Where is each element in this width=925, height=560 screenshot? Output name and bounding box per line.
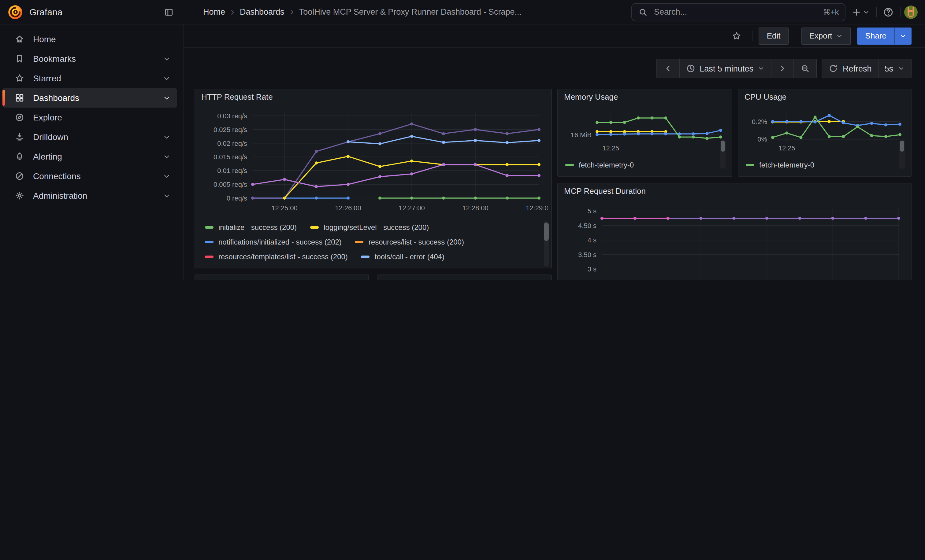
scrollbar-thumb[interactable] (900, 141, 904, 152)
sidebar-item-alerting[interactable]: Alerting (3, 147, 177, 166)
svg-text:12:28:00: 12:28:00 (462, 204, 488, 212)
panel-http-request-rate: HTTP Request Rate 0 req/s0.005 req/s0.01… (194, 89, 552, 269)
panel-title[interactable]: Total Request Rate (201, 278, 269, 280)
time-range-label: Last 5 minutes (699, 64, 753, 73)
scrollbar-thumb[interactable] (544, 222, 549, 241)
scrollbar-track (899, 140, 905, 169)
legend-item[interactable]: resources/list - success (200) (355, 238, 464, 246)
help-button[interactable] (880, 4, 896, 20)
search-input[interactable] (653, 7, 818, 17)
svg-text:16 MiB: 16 MiB (571, 131, 592, 139)
legend-label: fetch-telemetry-0 (759, 161, 814, 169)
sidebar-item-administration[interactable]: Administration (3, 186, 177, 206)
time-range-picker[interactable]: Last 5 minutes (679, 59, 772, 78)
time-back-button[interactable] (656, 59, 679, 78)
bookmark-icon (15, 54, 24, 64)
scrollbar-track (720, 140, 726, 169)
sidebar-item-connections[interactable]: Connections (3, 166, 177, 186)
legend-item[interactable]: tools/call - success (200) (205, 267, 299, 269)
legend-item[interactable]: logging/setLevel - success (200) (310, 223, 429, 232)
breadcrumb-dashboards[interactable]: Dashboards (240, 8, 285, 17)
legend: fetch-telemetry-0 (565, 158, 700, 174)
panel-title[interactable]: CPU Usage (744, 92, 786, 102)
legend-label: tools/call - success (200) (218, 267, 299, 269)
mcp-request-duration-chart: 2.50 s3 s3.50 s4 s4.50 s5 s12:25:0012:26… (563, 199, 907, 280)
search-shortcut: ⌘+k (823, 8, 839, 17)
home-icon (15, 34, 24, 44)
sidebar-item-starred[interactable]: Starred (3, 69, 177, 88)
chevron-down-icon (836, 32, 843, 39)
active-indicator (3, 90, 5, 106)
refresh-interval-picker[interactable]: 5s (878, 59, 911, 78)
legend-row: initialize - success (200)logging/setLev… (205, 220, 533, 235)
app-name: Grafana (29, 7, 62, 17)
svg-text:0.015 req/s: 0.015 req/s (214, 153, 247, 161)
legend-item[interactable]: tools/list - success (200) (313, 267, 405, 269)
share-button[interactable]: Share (857, 27, 895, 44)
legend-item[interactable]: initialize - success (200) (205, 223, 297, 232)
legend-label: tools/call - error (404) (375, 252, 444, 261)
legend-item[interactable]: fetch-telemetry-0 (565, 161, 634, 169)
sidebar-item-drilldown[interactable]: Drilldown (3, 127, 177, 147)
sidebar-item-label: Administration (33, 191, 87, 201)
legend-row: fetch-telemetry-0 (746, 158, 880, 173)
panel-mcp-request-duration: MCP Request Duration 2.50 s3 s3.50 s4 s4… (557, 183, 911, 280)
sidebar-item-label: Home (33, 34, 56, 44)
legend-item[interactable]: notifications/initialized - success (202… (205, 238, 342, 246)
panel-title[interactable]: Memory Usage (564, 92, 618, 102)
dashboard-toolbar: Edit Export Share (184, 24, 925, 48)
chevron-down-icon (163, 192, 171, 200)
zoom-out-button[interactable] (794, 59, 817, 78)
svg-text:4.50 s: 4.50 s (578, 222, 597, 230)
nav-right: ⌘+k (631, 3, 925, 21)
legend-item[interactable]: unknown - success (200) (419, 267, 514, 269)
angle-right-icon (778, 64, 788, 74)
share-dropdown-button[interactable] (895, 27, 911, 44)
legend-item[interactable]: tools/call - error (404) (361, 252, 444, 261)
favorite-star-button[interactable] (728, 27, 746, 44)
sidebar: HomeBookmarksStarredDashboardsExploreDri… (0, 24, 184, 280)
svg-text:5 s: 5 s (588, 207, 597, 215)
chevron-down-icon (163, 133, 171, 141)
svg-text:0%: 0% (757, 135, 767, 143)
legend-label: tools/list - success (200) (326, 267, 405, 269)
sidebar-item-home[interactable]: Home (3, 29, 177, 49)
svg-text:3.50 s: 3.50 s (578, 251, 597, 258)
legend-swatch (355, 241, 364, 243)
breadcrumb: Home Dashboards ToolHive MCP Server & Pr… (203, 8, 521, 17)
top-nav: Grafana Home Dashboards ToolHive MCP Ser… (0, 0, 925, 24)
panel-title[interactable]: HTTP Request Rate (201, 92, 273, 102)
chevron-down-icon (163, 153, 171, 161)
legend-item[interactable]: resources/templates/list - success (200) (205, 252, 348, 261)
question-icon (883, 6, 894, 17)
refresh-interval-label: 5s (884, 64, 893, 73)
divider (752, 31, 753, 41)
avatar-icon (904, 5, 917, 19)
clock-icon (685, 64, 695, 74)
time-forward-button[interactable] (772, 59, 794, 78)
breadcrumb-home[interactable]: Home (203, 8, 225, 17)
export-button[interactable]: Export (801, 27, 851, 44)
divider (876, 7, 877, 17)
user-avatar[interactable] (904, 5, 917, 19)
legend-item[interactable]: fetch-telemetry-0 (746, 161, 814, 169)
legend-label: logging/setLevel - success (200) (324, 223, 429, 232)
add-button[interactable] (849, 5, 872, 19)
refresh-button[interactable]: Refresh (822, 59, 878, 78)
legend-label: initialize - success (200) (218, 223, 297, 232)
panel-title[interactable]: Error Rate (384, 278, 421, 280)
search-box[interactable]: ⌘+k (631, 3, 845, 21)
scrollbar-thumb[interactable] (721, 141, 725, 152)
edit-button[interactable]: Edit (759, 27, 789, 44)
sidebar-item-dashboards[interactable]: Dashboards (3, 88, 177, 108)
scrollbar-track (544, 221, 549, 267)
panel-title[interactable]: MCP Request Duration (564, 186, 646, 196)
sidebar-item-bookmarks[interactable]: Bookmarks (3, 49, 177, 69)
sidebar-item-explore[interactable]: Explore (3, 108, 177, 127)
svg-text:12:25:00: 12:25:00 (271, 204, 298, 212)
grafana-logo[interactable] (8, 4, 23, 20)
chevron-down-icon (163, 55, 171, 63)
sidebar-item-label: Alerting (33, 152, 62, 161)
dock-menu-button[interactable] (161, 5, 176, 19)
panel-error-rate: Error Rate 0% (377, 275, 552, 280)
